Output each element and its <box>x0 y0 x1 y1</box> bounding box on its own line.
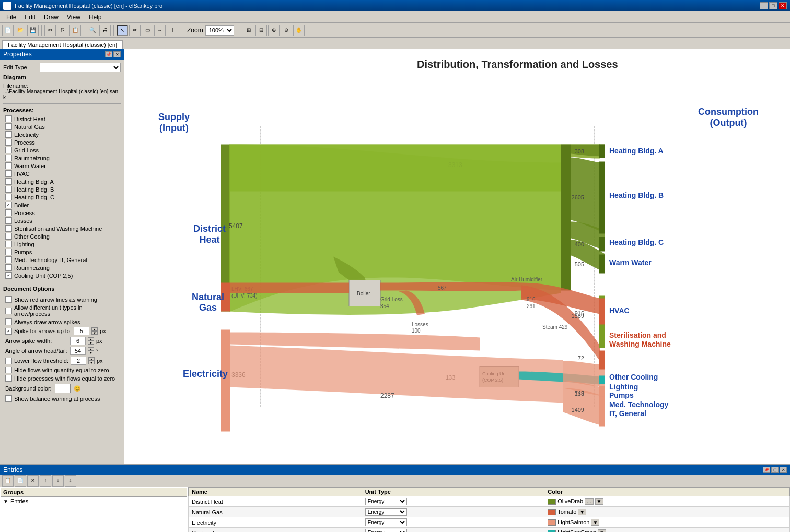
process-natural-gas[interactable]: Natural Gas <box>5 123 121 130</box>
process-other-cooling[interactable]: Other Cooling <box>5 233 121 240</box>
process-cb-warm-water[interactable] <box>5 162 12 169</box>
maximize-button[interactable]: □ <box>769 2 777 9</box>
process-pumps[interactable]: Pumps <box>5 249 121 255</box>
process-cb-electricity[interactable] <box>5 131 12 138</box>
color-dd-cool[interactable]: ▼ <box>598 529 606 532</box>
process-heating-c[interactable]: Heating Bldg. C <box>5 194 121 200</box>
spike-width-input[interactable] <box>70 337 86 345</box>
process-med-tech[interactable]: Med. Technology IT, General <box>5 256 121 263</box>
color-dd-dh[interactable]: ▼ <box>595 498 603 505</box>
menu-file[interactable]: File <box>2 13 20 22</box>
threshold-down-btn[interactable]: ▼ <box>88 361 95 364</box>
process-raumheizung2[interactable]: Raumheizung <box>5 264 121 271</box>
menu-draw[interactable]: Draw <box>40 13 63 22</box>
entries-btn-4[interactable]: ↑ <box>40 475 51 487</box>
process-boiler[interactable]: Boiler <box>5 202 121 208</box>
spike-w-up-btn[interactable]: ▲ <box>88 337 94 341</box>
entries-float-button[interactable]: ⊡ <box>771 467 779 473</box>
bg-color-swatch[interactable] <box>55 384 71 393</box>
process-cb-med-tech[interactable] <box>5 256 12 263</box>
unit-select-cool[interactable]: Energy <box>365 529 407 532</box>
process-cb-raumheizung2[interactable] <box>5 264 12 271</box>
menu-view[interactable]: View <box>63 13 85 22</box>
process-process1[interactable]: Process <box>5 139 121 146</box>
text-button[interactable]: T <box>167 25 178 36</box>
unit-select-elec[interactable]: Energy <box>365 518 407 526</box>
menu-edit[interactable]: Edit <box>20 13 40 22</box>
close-button[interactable]: ✕ <box>779 2 787 9</box>
process-raumheizung1[interactable]: Raumheizung <box>5 155 121 161</box>
process-cb-boiler[interactable] <box>5 202 12 208</box>
save-button[interactable]: 💾 <box>27 25 39 36</box>
grid-button[interactable]: ⊟ <box>255 25 267 36</box>
process-losses[interactable]: Losses <box>5 217 121 224</box>
color-dd-elec[interactable]: ▼ <box>591 519 599 526</box>
angle-input[interactable] <box>70 347 86 355</box>
cut-button[interactable]: ✂ <box>44 25 56 36</box>
process-lighting[interactable]: Lighting <box>5 241 121 247</box>
process-cb-raumheizung1[interactable] <box>5 155 12 161</box>
fit-button[interactable]: ⊞ <box>243 25 254 36</box>
process-cb-hvac[interactable] <box>5 170 12 177</box>
entries-close-button[interactable]: ✕ <box>780 467 787 473</box>
cb-lower-threshold[interactable] <box>5 358 12 364</box>
color-dd-ng[interactable]: ▼ <box>578 509 586 515</box>
cb-hide-zero[interactable] <box>5 367 12 373</box>
cb-balance-warning[interactable] <box>5 395 12 402</box>
process-cb-cooling-unit[interactable] <box>5 272 12 279</box>
entries-btn-3[interactable]: ✕ <box>27 475 39 487</box>
process-heating-a[interactable]: Heating Bldg. A <box>5 178 121 185</box>
process-hvac[interactable]: HVAC <box>5 170 121 177</box>
angle-up-btn[interactable]: ▲ <box>88 347 94 351</box>
entries-btn-1[interactable]: 📋 <box>2 475 14 487</box>
group-entries-item[interactable]: ▼ Entries <box>1 497 187 505</box>
copy-button[interactable]: ⎘ <box>57 25 68 36</box>
unit-select-ng[interactable]: Energy <box>365 508 407 516</box>
process-cb-sterilisation[interactable] <box>5 225 12 232</box>
process-process2[interactable]: Process <box>5 209 121 216</box>
arrow-button[interactable]: → <box>154 25 166 36</box>
zoom-select[interactable]: 100% 75% 150% <box>205 25 234 36</box>
process-sterilisation[interactable]: Sterilisation and Washing Machine <box>5 225 121 232</box>
process-cb-process1[interactable] <box>5 139 12 146</box>
entries-pin-button[interactable]: 📌 <box>763 467 770 473</box>
props-pin-button[interactable]: 📌 <box>105 51 112 57</box>
process-cb-lighting[interactable] <box>5 241 12 247</box>
pan-button[interactable]: ✋ <box>293 25 305 36</box>
process-district-heat[interactable]: District Heat <box>5 115 121 122</box>
process-cb-heating-c[interactable] <box>5 194 12 200</box>
color-btn-dh[interactable]: ... <box>585 498 593 505</box>
threshold-input[interactable] <box>71 357 86 365</box>
process-heating-b[interactable]: Heating Bldg. B <box>5 186 121 193</box>
edit-type-select[interactable] <box>40 63 121 72</box>
spike-arrows-input[interactable] <box>74 327 89 335</box>
spike-up-btn[interactable]: ▲ <box>91 327 98 331</box>
process-cb-natural-gas[interactable] <box>5 123 12 130</box>
menu-help[interactable]: Help <box>85 13 106 22</box>
props-close-button[interactable]: ✕ <box>113 51 121 57</box>
process-cb-pumps[interactable] <box>5 249 12 255</box>
process-grid-loss[interactable]: Grid Loss <box>5 147 121 153</box>
unit-select-dh[interactable]: Energy <box>365 498 407 505</box>
paste-button[interactable]: 📋 <box>69 25 81 36</box>
cb-diff-units[interactable] <box>5 308 12 314</box>
process-cb-other-cooling[interactable] <box>5 233 12 240</box>
spike-down-btn[interactable]: ▼ <box>91 331 98 335</box>
minimize-button[interactable]: ─ <box>760 2 768 9</box>
cb-draw-spikes[interactable] <box>5 318 12 325</box>
process-button[interactable]: ▭ <box>142 25 153 36</box>
process-cb-process2[interactable] <box>5 209 12 216</box>
process-cb-heating-a[interactable] <box>5 178 12 185</box>
print-button[interactable]: 🖨 <box>99 25 111 36</box>
process-cb-losses[interactable] <box>5 217 12 224</box>
process-warm-water[interactable]: Warm Water <box>5 162 121 169</box>
entries-btn-2[interactable]: 📄 <box>15 475 26 487</box>
angle-down-btn[interactable]: ▼ <box>88 351 94 354</box>
process-cooling-unit[interactable]: Cooling Unit (COP 2,5) <box>5 272 121 279</box>
process-cb-grid-loss[interactable] <box>5 147 12 153</box>
zoom-in-button[interactable]: ⊕ <box>268 25 280 36</box>
draw-button[interactable]: ✏ <box>129 25 141 36</box>
entries-btn-6[interactable]: ↕ <box>65 475 76 487</box>
spike-w-down-btn[interactable]: ▼ <box>88 341 94 345</box>
cb-red-arrow[interactable] <box>5 296 12 303</box>
